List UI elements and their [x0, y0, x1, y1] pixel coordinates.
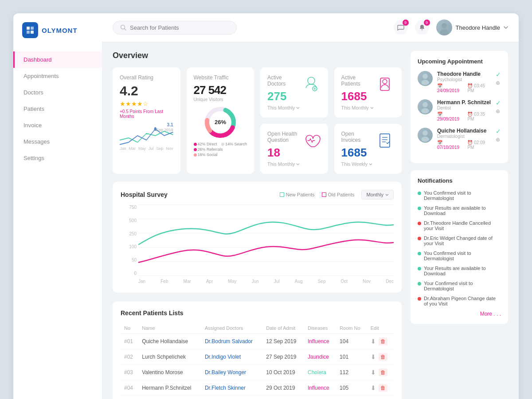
legend-referrals: 26% Referrals [194, 147, 223, 152]
cell-doctor[interactable]: Dr.Bodrum Salvador [201, 334, 262, 349]
traffic-sub: Unique Visitors [194, 97, 247, 102]
chevron-down-icon-doctors [296, 107, 300, 109]
monthly-dropdown[interactable]: Monthly [361, 190, 394, 200]
sidebar-item-messages[interactable]: Messages [13, 133, 102, 150]
notification-dot [418, 267, 421, 270]
active-patients-title: Active Patients [341, 74, 376, 87]
cell-doctor[interactable]: Dr.Abraham Pigeon [201, 396, 262, 399]
hospital-survey-card: Hospital Survey New Patients Old Patient… [113, 182, 402, 293]
appt-date: 📅 24/09/2019 [437, 83, 464, 93]
col-name: Name [138, 323, 201, 334]
open-invoices-card: Open Invoices 1685 This Weekly [334, 124, 402, 174]
active-patients-period[interactable]: This Monthly [341, 105, 376, 110]
table-title: Recent Patients Lists [121, 309, 394, 317]
active-doctors-title: Active Doctors [267, 74, 301, 87]
active-doctors-period[interactable]: This Monthly [267, 105, 301, 110]
delete-icon[interactable]: 🗑 [379, 384, 387, 392]
svg-rect-18 [380, 78, 389, 90]
notification-text: Your Confirmed visit to Dermatologist [424, 281, 501, 291]
table-row: #02 Lurch Schpelíchek Dr.Indigo Violet 2… [121, 349, 394, 365]
cell-doctor[interactable]: Dr.Fletch Skinner [201, 380, 262, 396]
notification-item: Dr.Eric Widget Changed date of your Visi… [418, 235, 501, 246]
svg-point-14 [308, 77, 315, 84]
cell-disease[interactable]: Cholera [304, 365, 336, 380]
messages-button[interactable]: 9 [394, 20, 408, 35]
search-box[interactable] [113, 21, 237, 35]
delete-icon[interactable]: 🗑 [379, 353, 387, 361]
open-health-title: Open Health Question [267, 131, 301, 143]
appt-date: 📅 29/09/2019 [437, 112, 464, 121]
cell-edit[interactable]: ⬇ 🗑 [367, 380, 394, 396]
open-invoices-period[interactable]: This Weekly [341, 161, 376, 167]
check-icon[interactable]: ✓ [496, 128, 501, 135]
logo-text: OLYMONT [42, 27, 78, 34]
cell-edit[interactable]: ⬇ 🗑 [367, 334, 394, 349]
recent-patients-card: Recent Patients Lists No Name Assigned D… [113, 301, 402, 399]
cell-disease[interactable]: Jaundice [304, 349, 336, 365]
svg-point-30 [422, 74, 428, 79]
user-info[interactable]: Theodore Handle [436, 20, 508, 35]
check-icon[interactable]: ✓ [496, 71, 501, 78]
user-name: Theodore Handle [456, 24, 500, 31]
sidebar-item-invoice[interactable]: Invoice [13, 117, 102, 133]
rating-stars: ★★★★☆ [120, 100, 173, 107]
svg-rect-1 [31, 27, 34, 30]
notification-text: You Confirmed visit to Dermatologist [424, 250, 501, 261]
notification-text: Dr.Theodore Handle Cancelled your Visit [424, 220, 501, 231]
cell-disease[interactable]: Influence [304, 334, 336, 349]
legend-direct: 42% Direct [194, 142, 217, 146]
more-link[interactable]: More . . . [418, 311, 501, 317]
cell-edit[interactable]: ⬇ 🗑 [367, 365, 394, 380]
col-doctor: Assigned Doctors [201, 323, 262, 334]
search-icon [120, 24, 126, 31]
appt-avatar [418, 71, 433, 86]
cell-edit[interactable]: ⬇ 🗑 [367, 349, 394, 365]
overview-grid: Overall Rating 4.2 ★★★★☆ +0.5 Points Fro… [113, 67, 402, 174]
notification-text: Your Results are available to Download [424, 205, 501, 216]
notification-item: Your Confirmed visit to Dermatologist [418, 281, 501, 291]
check-icon[interactable]: ✓ [496, 99, 501, 106]
download-icon[interactable]: ⬇ [371, 353, 376, 360]
rating-chart: 3.1 Sep 2019 Jan Mar May Jul Sep Nov [120, 122, 173, 149]
upcoming-title: Upcoming Appointment [418, 58, 501, 65]
download-icon[interactable]: ⬇ [371, 369, 376, 376]
svg-text:26%: 26% [215, 119, 226, 125]
cell-disease[interactable]: Influence [304, 380, 336, 396]
stat-col-1: Active Doctors 275 This Monthly [260, 67, 328, 174]
active-doctors-card: Active Doctors 275 This Monthly [260, 67, 328, 117]
svg-point-19 [383, 79, 387, 84]
notification-dot [418, 282, 421, 286]
notifications-icon [419, 24, 426, 31]
cell-doctor[interactable]: Dr.Indigo Violet [201, 349, 262, 365]
upcoming-appointment-section: Upcoming Appointment Theodore Handle Psy… [411, 51, 508, 163]
search-input[interactable] [130, 24, 229, 31]
delete-icon[interactable]: 🗑 [379, 368, 387, 376]
notifications-title: Notifications [418, 177, 501, 184]
cell-disease[interactable]: Cholera [304, 396, 336, 399]
appt-meta: 📅 24/09/2019 ⏰ 03:45 PM [437, 83, 491, 93]
cell-doctor[interactable]: Dr.Bailey Wonger [201, 365, 262, 380]
sidebar-item-settings[interactable]: Settings [13, 150, 102, 166]
sidebar-item-dashboard[interactable]: Dashboard [13, 51, 102, 68]
chevron-down-icon-monthly [385, 194, 389, 196]
cell-edit[interactable]: ⬇ 🗑 [367, 396, 394, 399]
open-health-period[interactable]: This Monthly [267, 161, 301, 167]
location-icon[interactable]: ⊕ [496, 80, 501, 86]
download-icon[interactable]: ⬇ [371, 338, 376, 345]
col-date: Date of Admit [262, 323, 304, 334]
survey-chart-area: 750500250100500 [121, 205, 394, 285]
sidebar-item-patients[interactable]: Patients [13, 101, 102, 117]
appt-actions: ✓ ⊕ [496, 128, 501, 143]
location-icon[interactable]: ⊕ [496, 137, 501, 143]
svg-rect-3 [31, 31, 34, 34]
avatar [436, 20, 452, 35]
chevron-down-icon-patients [370, 107, 374, 109]
chevron-down-icon-invoices [369, 163, 372, 165]
delete-icon[interactable]: 🗑 [379, 337, 387, 345]
download-icon[interactable]: ⬇ [371, 384, 376, 391]
location-icon[interactable]: ⊕ [496, 108, 501, 114]
sidebar-item-appointments[interactable]: Appointments [13, 68, 102, 84]
sidebar-item-doctors[interactable]: Doctors [13, 84, 102, 101]
notifications-button[interactable]: 9 [415, 20, 429, 35]
cell-name: Hermann P.Schnitzel [138, 380, 201, 396]
